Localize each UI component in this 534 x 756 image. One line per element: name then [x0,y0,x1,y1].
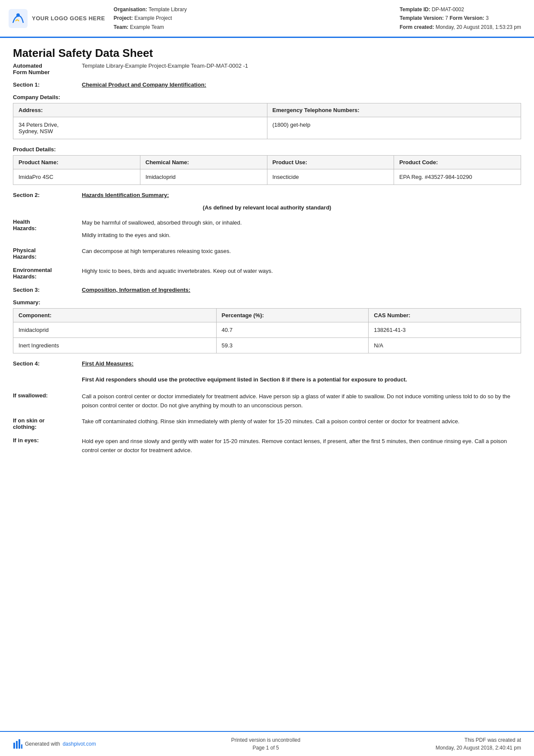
template-id-line: Template ID: DP-MAT-0002 [400,5,521,14]
component-header: Component: [13,308,217,322]
composition-summary-title: Summary: [13,299,521,306]
table-row: ImidaPro 4SC Imidacloprid Insecticide EP… [13,169,521,185]
section3-header: Section 3: Composition, Information of I… [13,287,521,293]
section1-label: Section 1: [13,81,82,88]
chemical-name-value: Imidacloprid [140,169,267,185]
form-number-row: Automated Form Number Template Library-E… [13,62,521,75]
first-aid-warning: First Aid responders should use the prot… [82,375,521,384]
footer-generated-text: Generated with [25,741,60,747]
cas-header: CAS Number: [369,308,521,322]
company-details-title: Company Details: [13,94,521,100]
project-label: Project: [114,15,133,21]
product-details-table: Product Name: Chemical Name: Product Use… [13,155,521,185]
product-details-title: Product Details: [13,146,521,153]
version-line: Template Version: 7 Form Version: 3 [400,14,521,22]
svg-rect-5 [21,744,22,749]
form-created-value: Monday, 20 August 2018, 1:53:23 pm [435,24,521,30]
skin-value: Take off contaminated clothing. Rinse sk… [82,417,521,430]
percentage-2: 59.3 [216,337,369,353]
footer: Generated with dashpivot.com Printed ver… [0,731,534,756]
skin-label: If on skin orclothing: [13,417,82,430]
address-value: 34 Peters Drive,Sydney, NSW [13,117,267,139]
team-value: Example Team [130,24,164,30]
team-line: Team: Example Team [114,23,187,31]
svg-rect-0 [9,9,28,28]
footer-left: Generated with dashpivot.com [13,739,96,749]
environmental-hazards-value: Highly toxic to bees, birds and aquatic … [82,267,521,280]
form-created-line: Form created: Monday, 20 August 2018, 1:… [400,23,521,31]
logo-text: YOUR LOGO GOES HERE [32,15,105,22]
swallowed-label: If swallowed: [13,392,82,410]
component-2: Inert Ingredients [13,337,217,353]
header: YOUR LOGO GOES HERE Organisation: Templa… [0,0,534,38]
project-value: Example Project [134,15,172,21]
product-code-value: EPA Reg. #43527-984-10290 [394,169,521,185]
company-details-table: Address: Emergency Telephone Numbers: 34… [13,103,521,139]
project-line: Project: Example Project [114,14,187,22]
svg-rect-4 [19,739,20,749]
section1-title: Chemical Product and Company Identificat… [82,81,206,88]
form-created-label: Form created: [400,24,434,30]
logo-icon [9,9,28,28]
form-version-label: Form Version: [450,15,484,21]
form-number-value: Template Library-Example Project-Example… [82,62,248,75]
skin-row: If on skin orclothing: Take off contamin… [13,417,521,430]
section4-header: Section 4: First Aid Measures: [13,360,521,367]
svg-point-1 [16,13,20,17]
product-name-header: Product Name: [13,156,140,169]
environmental-hazards-row: EnvironmentalHazards: Highly toxic to be… [13,267,521,280]
footer-uncontrolled: Printed version is uncontrolled [231,736,301,744]
physical-hazards-label: PhysicalHazards: [13,247,82,260]
eyes-value: Hold eye open and rinse slowly and gentl… [82,437,521,455]
template-id-value: DP-MAT-0002 [432,6,464,12]
component-1: Imidacloprid [13,322,217,337]
composition-table: Component: Percentage (%): CAS Number: I… [13,308,521,353]
emergency-value: (1800) get-help [267,117,521,139]
form-version-value: 3 [486,15,489,21]
footer-link[interactable]: dashpivot.com [62,741,96,747]
table-row: Inert Ingredients 59.3 N/A [13,337,521,353]
hazard-note: (As defined by relevant local authority … [13,204,521,211]
footer-center: Printed version is uncontrolled Page 1 o… [231,736,301,752]
page: YOUR LOGO GOES HERE Organisation: Templa… [0,0,534,756]
cas-1: 138261-41-3 [369,322,521,337]
org-label: Organisation: [114,6,147,12]
environmental-hazards-label: EnvironmentalHazards: [13,267,82,280]
eyes-row: If in eyes: Hold eye open and rinse slow… [13,437,521,455]
health-hazards-label: HealthHazards: [13,219,82,240]
eyes-label: If in eyes: [13,437,82,455]
address-header: Address: [13,103,267,117]
org-line: Organisation: Template Library [114,5,187,14]
org-value: Template Library [149,6,187,12]
section2-title: Hazards Identification Summary: [82,192,169,198]
main-content: Material Safety Data Sheet Automated For… [0,38,534,731]
section4-label: Section 4: [13,360,82,367]
footer-pdf-value: Monday, 20 August 2018, 2:40:41 pm [435,744,521,752]
physical-hazards-row: PhysicalHazards: Can decompose at high t… [13,247,521,260]
svg-rect-2 [13,743,15,749]
product-use-value: Insecticide [267,169,394,185]
document-title: Material Safety Data Sheet [13,47,521,60]
section4-title: First Aid Measures: [82,360,134,367]
section3-label: Section 3: [13,287,82,293]
logo-area: YOUR LOGO GOES HERE [9,5,105,31]
product-name-value: ImidaPro 4SC [13,169,140,185]
percentage-header: Percentage (%): [216,308,369,322]
health-hazards-row: HealthHazards: May be harmful of swallow… [13,219,521,240]
template-version-label: Template Version: [400,15,444,21]
footer-page: Page 1 of 5 [231,744,301,752]
header-meta-right: Template ID: DP-MAT-0002 Template Versio… [400,5,521,31]
form-number-label: Automated Form Number [13,62,82,75]
template-id-label: Template ID: [400,6,430,12]
product-code-header: Product Code: [394,156,521,169]
emergency-header: Emergency Telephone Numbers: [267,103,521,117]
footer-pdf-label: This PDF was created at [435,736,521,744]
header-meta: Organisation: Template Library Project: … [114,5,521,31]
product-use-header: Product Use: [267,156,394,169]
svg-rect-3 [16,741,18,749]
health-hazards-value: May be harmful of swallowed, absorbed th… [82,219,521,240]
section3-title: Composition, Information of Ingredients: [82,287,190,293]
chemical-name-header: Chemical Name: [140,156,267,169]
template-version-value: 7 [445,15,448,21]
table-row: Imidacloprid 40.7 138261-41-3 [13,322,521,337]
